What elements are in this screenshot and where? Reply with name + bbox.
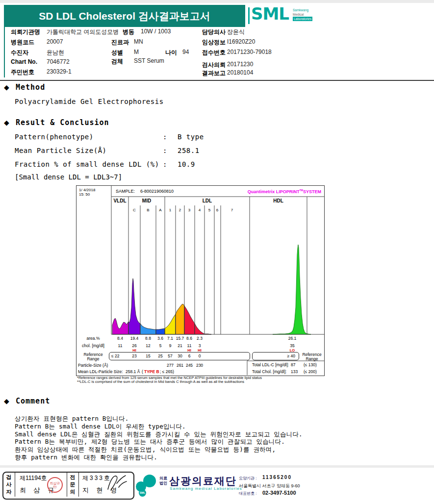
field-label: 병동 [123,28,134,36]
diamond-icon: ◆ [4,83,9,91]
org-prefix: 의료 법인 [159,476,167,486]
particle-value: 230 [192,363,207,368]
specialist-role-text: 전문의 [69,474,76,496]
band-sub-label: 7 [227,208,237,212]
sample-id: 6-800219060810 [140,189,174,194]
specialist-role: 전문의 [69,474,76,496]
field-label: 결과보고 [202,69,226,77]
field-value: MN [134,38,143,45]
band-sub-label: 6 [212,208,222,212]
chol-value: 3 [192,343,207,348]
comment-heading: Comment [16,397,50,405]
lab-report-page: SD LDL Cholesterol 검사결과보고서 SML Samkwang … [0,0,434,504]
chol-value: 26 [127,343,142,348]
section-divider [0,80,434,81]
band-sub-label: 3 [184,208,194,212]
mean-open: ( [142,369,143,374]
row-label-area: area.% [80,336,106,341]
band-sub-label: B [143,208,153,212]
area-value: 2.3 [192,336,207,341]
divider [67,472,67,497]
chol-value: 11 [113,343,128,348]
field-label: 검사의뢰 [202,61,226,69]
field-value: 장윤식 [227,28,245,36]
comment-line: Pattern B는 복부비만, 제2형 당뇨병 또는 대사 증후군 등에서 많… [15,438,285,446]
field-label: 수진자 [11,49,28,57]
result-sep: : [163,133,167,141]
diamond-icon: ◆ [4,119,9,126]
result-label: Mean Particle Size(Å) [15,147,107,154]
band-group-hdl: HDL [250,198,307,203]
org-name: 삼광의료재단 [169,474,237,488]
field-value: 94 [182,49,189,55]
total-ldl-ref: (≤ 130) [304,362,317,367]
signature-icon [104,473,129,493]
field-value: 20171230 [227,61,253,68]
method-body: Polyacrylamide Gel Electrophoresis [15,98,164,105]
footer-strip [0,465,434,468]
total-chol-value: 133 [291,369,298,374]
org-prefix-1: 의료 [159,476,167,481]
system-title: Quantimetrix LIPOPRINTTMSYSTEM [248,189,321,194]
field-label: 임상정보 [202,38,226,47]
chol-value-hdl: 35 [282,343,302,348]
field-value: 230329-1 [47,68,72,75]
sml-cluster-text-icon: SML [139,489,146,497]
method-heading: Method [16,83,45,92]
area-value-hdl: 26.1 [282,336,302,341]
area-value: 8.4 [113,336,128,341]
comment-line: 환자의 임상상태에 따른 적절한 치료(운동요법, 식이요법 또는 약물요법 등… [15,446,276,454]
ref-value-hdl: ≥ 40 [273,353,295,358]
row-label-reference-2: Range [79,356,107,361]
result-value: B type [178,133,204,141]
field-label: 나이 [165,49,177,57]
field-value: 윤남현 [47,49,64,57]
band-sub-label: 4 [195,208,204,212]
divider [15,472,15,497]
field-label: 담당의사 [202,28,226,36]
result-label: Fraction % of small dense LDL (%) [15,160,159,168]
total-ldl-value: 87 [291,362,295,367]
field-value: 10W / 1003 [141,28,171,35]
field-label: 검체 [111,57,123,66]
diamond-icon: ◆ [4,397,9,405]
result-note: [Small dense LDL = LDL3~7] [15,173,122,181]
examiner-role-text: 검사자 [5,474,12,496]
sml-logo-caption: Samkwang Medical Laboratories [293,8,312,21]
band-sub-label: 2 [175,208,185,212]
total-chol-ref: (≤ 200) [304,369,317,374]
examiner-cert: 제11194호 [20,474,47,482]
field-label: 접수번호 [202,49,226,57]
field-label: 병원코드 [11,38,34,47]
result-label: Pattern(phenotype) [15,133,94,141]
ref-value: ≤ 22 [111,353,119,358]
top-strip [0,0,434,3]
sml-logo-bar [248,7,250,24]
field-value: 20171230-79018 [227,49,272,55]
result-value: 258.1 [178,147,200,154]
field-value: M [134,49,139,55]
chart-datetime-1: 1/ 4/2018 [79,188,95,192]
comment-line: 상기환자 표현형은 pattern B입니다. [15,415,128,423]
sml-logo-icon: SML [251,4,289,24]
report-title-banner: SD LDL Cholesterol 검사결과보고서 [4,5,245,27]
info-left-rule [4,27,5,77]
band-group-ldl: LDL [165,198,250,203]
care-org-label: 요양기관 : [239,476,256,481]
field-label: 의뢰기관명 [11,28,40,36]
mean-value: 258.1 Å [126,369,140,374]
row-label-particle: Particle-Size (Å) [78,363,108,368]
footnote-2: **LDL-C is comprised of the sum of chole… [77,379,244,384]
ref-value: 23 [127,353,142,358]
comment-line: 향후 pattern 변화에 대한 확인을 권유합니다. [15,454,157,462]
red-seal-stamp-icon: 최삼규 印 [47,477,63,493]
field-value: I16920Z20 [227,38,255,45]
org-name-english: Samkwang medical Laboratories [170,486,242,491]
comment-line: Pattern B는 small dense LDL이 우세한 type입니다. [15,423,186,431]
field-value: 20180104 [227,69,253,76]
logo-line3: Laboratories [293,17,312,21]
band-sub-label: A [155,208,165,212]
field-label: 진료과 [111,38,129,47]
report-title: SD LDL Cholesterol 검사결과보고서 [4,5,245,27]
field-value: 가톨릭대학교 여의도성모병 [47,28,119,36]
